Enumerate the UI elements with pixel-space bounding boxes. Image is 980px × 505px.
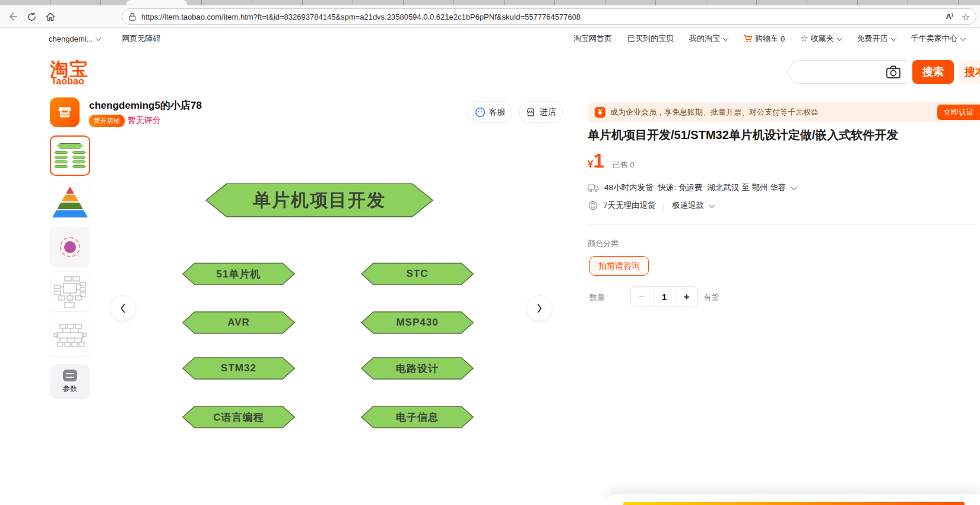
hexagon-item: 51单片机 xyxy=(182,263,295,285)
nav-favorites[interactable]: ☆ 收藏夹 xyxy=(800,33,841,44)
shop-avatar[interactable] xyxy=(50,97,80,127)
hexagon-item: C语言编程 xyxy=(182,406,295,428)
block-diagram-graphic xyxy=(53,320,87,354)
shipping-time: 48小时内发货 xyxy=(604,182,654,193)
browser-toolbar: https://item.taobao.com/item.htm?ft=t&id… xyxy=(0,5,980,28)
chevron-down-icon xyxy=(960,35,966,41)
favorite-star-icon[interactable]: ☆ xyxy=(962,11,970,23)
image-search-button[interactable] xyxy=(886,65,901,79)
chevron-down-icon xyxy=(723,35,729,41)
shop-front-icon xyxy=(525,107,536,118)
nav-my-taobao[interactable]: 我的淘宝 xyxy=(689,33,728,44)
chevron-down-icon xyxy=(709,202,715,208)
service-return: 7天无理由退货 xyxy=(603,200,656,211)
membership-banner: ¥ 成为企业会员，享免息账期、批量开票、对公支付等千元权益 立即认证 xyxy=(588,102,980,122)
customer-service-button[interactable]: 客服 xyxy=(468,101,512,123)
hexagon-item: STM32 xyxy=(182,357,295,380)
hexagon-item: 电子信息 xyxy=(361,406,474,428)
block-diagram-graphic xyxy=(53,274,87,309)
thumbnail-block-diagram-2[interactable] xyxy=(50,317,90,357)
pyramid-graphic xyxy=(52,187,88,217)
home-icon xyxy=(45,11,56,22)
separator: | xyxy=(663,201,665,210)
refresh-icon xyxy=(27,12,37,22)
account-menu[interactable]: chengdemi... xyxy=(49,34,100,43)
taobao-logo-en: Taobao xyxy=(51,76,84,87)
nav-seller-center[interactable]: 千牛卖家中心 xyxy=(911,33,965,44)
quantity-label: 数量 xyxy=(589,292,605,303)
service-face-icon xyxy=(475,107,486,118)
verify-now-button[interactable]: 立即认证 xyxy=(937,105,980,120)
sku-label: 颜色分类 xyxy=(588,238,619,249)
thumbnail-hexagon-diagram[interactable] xyxy=(50,135,90,176)
truck-icon xyxy=(588,183,600,193)
params-button[interactable]: 参数 xyxy=(50,364,90,399)
taobao-top-nav: chengdemi... 网页无障碍 淘宝网首页 已买到的宝贝 我的淘宝 购物车… xyxy=(0,29,980,48)
currency-symbol: ¥ xyxy=(588,159,593,171)
cart-icon xyxy=(743,34,753,43)
browser-window: https://item.taobao.com/item.htm?ft=t&id… xyxy=(0,0,980,505)
nav-taobao-home[interactable]: 淘宝网首页 xyxy=(573,33,612,44)
service-row[interactable]: 7天无理由退货 | 极速退款 xyxy=(588,200,714,211)
service-refund: 极速退款 xyxy=(672,200,704,211)
chevron-down-icon xyxy=(791,184,797,190)
circle-diagram-graphic xyxy=(50,227,90,267)
thumbnail-circle-diagram[interactable] xyxy=(50,227,90,267)
purchase-panel-accent-bar xyxy=(623,502,965,505)
new-shop-badge: 新开店铺 xyxy=(89,115,125,127)
browser-tab-strip[interactable] xyxy=(0,0,980,5)
product-title: 单片机项目开发/51/STM32单片机设计定做/嵌入式软件开发 xyxy=(588,127,979,143)
quantity-decrease-button[interactable]: − xyxy=(631,287,654,307)
nav-cart[interactable]: 购物车0 xyxy=(743,33,785,44)
shop-name[interactable]: chengdeming5的小店78 xyxy=(89,99,202,112)
chevron-left-icon xyxy=(118,302,128,314)
active-tab[interactable] xyxy=(126,0,187,5)
search-button[interactable]: 搜索 xyxy=(912,60,954,84)
chevron-down-icon xyxy=(890,35,896,41)
thumbnail-pyramid[interactable] xyxy=(50,182,90,222)
sliders-icon xyxy=(63,370,77,381)
price-value: 1 xyxy=(593,151,604,171)
shipping-route: 湖北武汉 至 鄂州 华容 xyxy=(708,182,786,193)
back-icon xyxy=(7,11,18,22)
sku-option-button[interactable]: 拍前请咨询 xyxy=(589,256,649,276)
nav-open-shop[interactable]: 免费开店 xyxy=(857,33,896,44)
price-row: ¥ 1 已售 0 xyxy=(588,151,635,171)
accessibility-link[interactable]: 网页无障碍 xyxy=(122,33,160,44)
shipping-fee: 快递: 免运费 xyxy=(658,182,703,193)
back-button[interactable] xyxy=(5,9,20,24)
hexagon-item: MSP430 xyxy=(361,311,474,334)
shop-search-button[interactable]: 搜本店 xyxy=(959,60,980,84)
thumbnail-block-diagram-1[interactable] xyxy=(50,272,90,312)
site-info-lock-icon[interactable] xyxy=(128,12,137,21)
returns-icon xyxy=(588,200,598,211)
stock-status: 有货 xyxy=(703,292,719,303)
carousel-prev-button[interactable] xyxy=(110,295,136,321)
read-aloud-icon[interactable]: A) xyxy=(946,12,953,21)
camera-icon xyxy=(886,65,901,79)
home-button[interactable] xyxy=(43,9,58,24)
star-outline-icon: ☆ xyxy=(800,33,808,44)
chevron-down-icon xyxy=(96,35,102,41)
nav-purchased[interactable]: 已买到的宝贝 xyxy=(627,33,674,44)
chevron-right-icon xyxy=(535,302,544,314)
shop-icon xyxy=(56,104,73,121)
section-divider xyxy=(588,224,976,225)
hexagon-item: STC xyxy=(361,263,474,285)
cart-count: 0 xyxy=(781,34,785,43)
hexagon-item: 电路设计 xyxy=(361,357,474,380)
refresh-button[interactable] xyxy=(24,9,39,24)
shipping-row[interactable]: 48小时内发货 快递: 免运费 湖北武汉 至 鄂州 华容 xyxy=(588,182,796,193)
quantity-increase-button[interactable]: + xyxy=(675,287,697,307)
quantity-stepper: − 1 + xyxy=(630,286,698,307)
enter-shop-button[interactable]: 进店 xyxy=(519,101,563,123)
mini-hexagon xyxy=(57,143,83,149)
carousel-next-button[interactable] xyxy=(527,295,553,321)
main-image-title-hexagon: 单片机项目开发 xyxy=(205,183,434,217)
mini-hexagon-grid xyxy=(54,151,86,168)
url-bar[interactable]: https://item.taobao.com/item.htm?ft=t&id… xyxy=(122,8,976,25)
sold-count: 已售 0 xyxy=(613,160,635,171)
quantity-value[interactable]: 1 xyxy=(654,287,675,307)
url-text[interactable]: https://item.taobao.com/item.htm?ft=t&id… xyxy=(141,12,941,21)
shop-rating: 暂无评分 xyxy=(128,115,161,126)
